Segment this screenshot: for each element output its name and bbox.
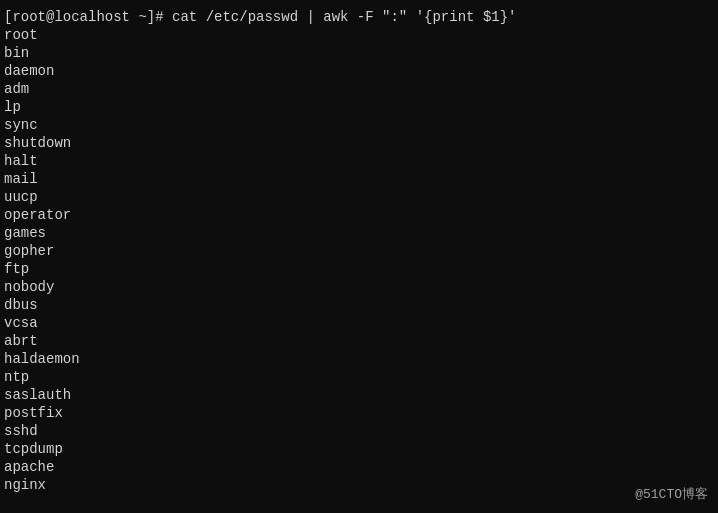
output-line: uucp — [4, 188, 714, 206]
terminal-window: [root@localhost ~]# cat /etc/passwd | aw… — [0, 0, 718, 513]
output-line: postfix — [4, 404, 714, 422]
output-line: ftp — [4, 260, 714, 278]
terminal-output: rootbindaemonadmlpsyncshutdownhaltmailuu… — [4, 26, 714, 494]
output-line: gopher — [4, 242, 714, 260]
output-line: adm — [4, 80, 714, 98]
output-line: nobody — [4, 278, 714, 296]
output-line: shutdown — [4, 134, 714, 152]
output-line: abrt — [4, 332, 714, 350]
output-line: mail — [4, 170, 714, 188]
output-line: sshd — [4, 422, 714, 440]
output-line: sync — [4, 116, 714, 134]
output-line: root — [4, 26, 714, 44]
output-line: saslauth — [4, 386, 714, 404]
output-line: apache — [4, 458, 714, 476]
output-line: vcsa — [4, 314, 714, 332]
output-line: dbus — [4, 296, 714, 314]
output-line: daemon — [4, 62, 714, 80]
output-line: halt — [4, 152, 714, 170]
output-line: lp — [4, 98, 714, 116]
output-line: tcpdump — [4, 440, 714, 458]
output-line: bin — [4, 44, 714, 62]
output-line: ntp — [4, 368, 714, 386]
output-line: games — [4, 224, 714, 242]
output-line: operator — [4, 206, 714, 224]
output-line: nginx — [4, 476, 714, 494]
output-line: haldaemon — [4, 350, 714, 368]
watermark: @51CTO博客 — [635, 485, 708, 503]
command-prompt: [root@localhost ~]# cat /etc/passwd | aw… — [4, 8, 714, 26]
